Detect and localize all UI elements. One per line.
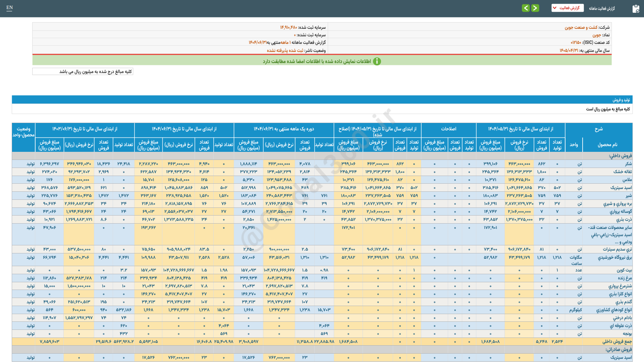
svg-text:EN: EN xyxy=(6,5,13,10)
